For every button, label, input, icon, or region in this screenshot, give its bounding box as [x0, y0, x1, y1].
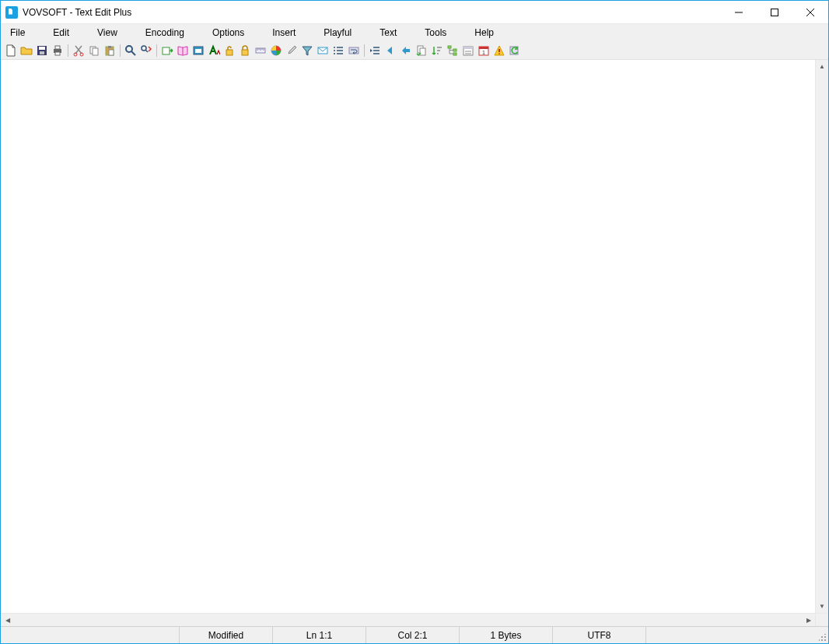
open-file-icon[interactable] [19, 44, 33, 58]
svg-point-38 [498, 53, 500, 54]
status-spacer [1, 627, 180, 643]
svg-rect-12 [108, 46, 111, 48]
font-icon[interactable] [207, 44, 221, 58]
svg-rect-20 [242, 50, 248, 55]
menu-options[interactable]: Options [198, 24, 258, 41]
close-button[interactable] [792, 1, 828, 24]
wrap-icon[interactable] [347, 44, 361, 58]
scroll-track[interactable] [816, 73, 828, 600]
new-file-icon[interactable] [4, 44, 18, 58]
sort-icon[interactable] [430, 44, 444, 58]
find-icon[interactable] [124, 44, 138, 58]
lock-icon[interactable] [238, 44, 252, 58]
prev-icon[interactable] [383, 44, 397, 58]
horizontal-scrollbar[interactable]: ◀ ▶ [1, 613, 828, 626]
status-modified: Modified [180, 627, 273, 643]
lock-open-icon[interactable] [222, 44, 236, 58]
svg-point-26 [334, 53, 335, 54]
menu-help[interactable]: Help [460, 24, 508, 41]
toolbar-separator [120, 44, 121, 57]
read-mode-icon[interactable] [176, 44, 190, 58]
scroll-left-icon[interactable]: ◀ [1, 614, 14, 626]
scroll-down-icon[interactable]: ▼ [816, 600, 828, 613]
save-icon[interactable] [35, 44, 49, 58]
svg-rect-13 [109, 50, 114, 55]
cut-icon[interactable] [72, 44, 86, 58]
resize-grip[interactable] [814, 627, 828, 643]
scroll-track[interactable] [14, 614, 802, 626]
toolbar-separator [156, 44, 157, 57]
vertical-scrollbar[interactable]: ▲ ▼ [815, 60, 828, 613]
menu-text[interactable]: Text [366, 24, 411, 41]
status-bar: Modified Ln 1:1 Col 2:1 1 Bytes UTF8 [1, 626, 828, 643]
svg-rect-19 [226, 50, 233, 55]
svg-rect-34 [463, 47, 473, 49]
svg-rect-5 [55, 46, 60, 49]
status-encoding: UTF8 [553, 627, 646, 643]
text-editor[interactable] [1, 60, 815, 613]
svg-rect-32 [453, 53, 456, 55]
title-bar: VOVSOFT - Text Edit Plus [1, 1, 828, 24]
menu-file[interactable]: File [2, 24, 39, 41]
maximize-button[interactable] [757, 1, 792, 24]
app-icon [5, 6, 18, 19]
toolbar: 1 [1, 41, 828, 60]
list-icon[interactable] [331, 44, 345, 58]
status-line: Ln 1:1 [273, 627, 366, 643]
copy-doc-icon[interactable] [414, 44, 428, 58]
toolbar-separator [68, 44, 68, 57]
warning-icon[interactable] [492, 44, 506, 58]
tree-icon[interactable] [446, 44, 460, 58]
mail-icon[interactable] [316, 44, 330, 58]
menu-playful[interactable]: Playful [310, 24, 366, 41]
next-icon[interactable] [399, 44, 413, 58]
svg-rect-18 [195, 49, 201, 53]
svg-rect-6 [55, 52, 60, 55]
svg-rect-3 [40, 51, 44, 54]
svg-text:1: 1 [482, 50, 485, 55]
date-icon[interactable]: 1 [477, 44, 491, 58]
toolbar-separator [364, 44, 365, 57]
minimize-button[interactable] [721, 1, 757, 24]
menu-edit[interactable]: Edit [39, 24, 83, 41]
ruler-icon[interactable] [254, 44, 268, 58]
menu-encoding[interactable]: Encoding [131, 24, 198, 41]
copy-icon[interactable] [87, 44, 101, 58]
menu-tools[interactable]: Tools [411, 24, 460, 41]
scroll-right-icon[interactable]: ▶ [802, 614, 815, 626]
window-title: VOVSOFT - Text Edit Plus [23, 7, 131, 18]
svg-rect-36 [479, 47, 488, 49]
find-replace-icon[interactable] [139, 44, 153, 58]
indent-icon[interactable] [368, 44, 382, 58]
menu-insert[interactable]: Insert [258, 24, 310, 41]
export-icon[interactable] [160, 44, 174, 58]
svg-point-24 [334, 47, 335, 48]
svg-point-14 [126, 46, 132, 52]
print-icon[interactable] [51, 44, 65, 58]
color-wheel-icon[interactable] [269, 44, 283, 58]
fullscreen-icon[interactable] [191, 44, 205, 58]
svg-rect-31 [453, 49, 456, 51]
menu-bar: File Edit View Encoding Options Insert P… [1, 24, 828, 41]
refresh-icon[interactable] [508, 44, 522, 58]
editor-area: ▲ ▼ [1, 60, 828, 613]
svg-point-25 [334, 50, 335, 51]
paste-icon[interactable] [103, 44, 117, 58]
svg-rect-0 [771, 9, 778, 16]
menu-view[interactable]: View [83, 24, 131, 41]
status-col: Col 2:1 [366, 627, 460, 643]
svg-rect-2 [39, 47, 45, 50]
svg-rect-10 [93, 48, 98, 55]
svg-rect-30 [448, 46, 451, 48]
svg-rect-29 [420, 48, 425, 55]
scroll-up-icon[interactable]: ▲ [816, 60, 828, 73]
status-size: 1 Bytes [460, 627, 553, 643]
eyedropper-icon[interactable] [285, 44, 299, 58]
scroll-corner [815, 614, 828, 626]
calendar-list-icon[interactable] [461, 44, 475, 58]
filter-icon[interactable] [300, 44, 314, 58]
svg-rect-16 [163, 47, 170, 54]
